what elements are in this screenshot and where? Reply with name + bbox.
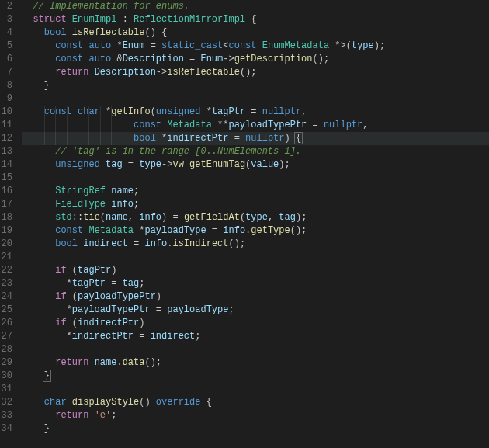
code-line[interactable]: if (tagPtr) (22, 264, 489, 277)
code-line[interactable]: const auto &Description = Enum->getDescr… (22, 53, 489, 66)
token-pn: ( (67, 291, 78, 302)
indent-guide (123, 106, 123, 119)
code-line[interactable] (22, 343, 489, 356)
line-number: 20 (0, 238, 12, 251)
line-number: 18 (0, 211, 12, 224)
token-pn: = (228, 133, 245, 144)
token-var: indirectPtr (78, 318, 139, 328)
line-number: 4 (0, 26, 12, 40)
indent-guide (33, 119, 33, 132)
line-number: 31 (0, 383, 12, 396)
token-var: info (139, 212, 161, 223)
line-number: 8 (0, 79, 12, 92)
code-line[interactable]: *indirectPtr = indirect; (22, 330, 489, 343)
indent-guide (67, 132, 68, 145)
indent-guide (55, 106, 56, 119)
code-line[interactable] (22, 251, 489, 264)
line-number: 32 (0, 396, 12, 409)
code-line[interactable] (22, 172, 489, 185)
code-line[interactable]: // Implementation for enums. (22, 0, 489, 13)
token-pn: * (67, 304, 72, 315)
indent-guide (134, 119, 134, 132)
code-line[interactable]: unsigned tag = type->vw_getEnumTag(value… (22, 158, 489, 172)
code-line[interactable]: } (22, 79, 489, 92)
token-pn: (); (144, 357, 161, 368)
token-pn: * (67, 331, 72, 342)
token-var: info (111, 199, 134, 210)
indent-guide (78, 119, 78, 132)
line-number: 3 (0, 13, 12, 26)
code-line[interactable]: struct EnumImpl : ReflectionMirrorImpl { (22, 13, 489, 26)
token-kw2: static_cast (161, 40, 223, 51)
token-var: Description (123, 54, 184, 64)
token-pn: -> (161, 159, 172, 170)
indent-guide (67, 119, 68, 132)
token-pn: . (116, 357, 122, 368)
indent-guide (78, 106, 78, 119)
code-line[interactable]: return Description->isReflectable(); (22, 66, 489, 79)
code-line[interactable]: std::tie(name, info) = getFieldAt(type, … (22, 211, 489, 224)
token-var: tagPtr (78, 265, 111, 276)
code-line[interactable]: return 'e'; (22, 409, 489, 422)
indent-guide (88, 106, 89, 119)
token-pn: -> (156, 67, 167, 78)
token-pn: = (206, 225, 224, 236)
code-line[interactable]: const char *getInfo(unsigned *tagPtr = n… (22, 106, 489, 119)
token-kw: return (55, 357, 94, 368)
token-pn: , (301, 106, 307, 117)
token-kw: if (55, 318, 66, 328)
token-pn: (); (228, 238, 245, 249)
token-fn: displayStyle (72, 397, 139, 408)
indent-guide (44, 106, 45, 119)
code-line[interactable]: } (22, 422, 489, 436)
token-pn: ; (134, 186, 139, 196)
code-line[interactable]: char displayStyle() override { (22, 396, 489, 409)
line-number: 10 (0, 106, 12, 119)
token-cm: // Implementation for enums. (33, 1, 189, 12)
token-fn: getFieldAt (184, 212, 240, 223)
line-number: 25 (0, 304, 12, 317)
code-line[interactable]: return name.data(); (22, 356, 489, 370)
code-line[interactable]: const auto *Enum = static_cast<const Enu… (22, 40, 489, 53)
code-line[interactable]: if (payloadTypePtr) (22, 290, 489, 304)
token-pn: ) (111, 265, 116, 276)
code-line[interactable]: FieldType info; (22, 198, 489, 211)
code-line[interactable] (22, 92, 489, 106)
token-var: name (111, 186, 134, 196)
token-kw2: bool (134, 133, 156, 144)
token-pn: ) (139, 318, 144, 328)
token-kw2: const auto (55, 40, 111, 51)
token-pn: * (156, 133, 167, 144)
line-number-gutter: 2345678910111213141516171819202122232425… (0, 0, 17, 448)
token-pn: (); (290, 225, 307, 236)
code-line[interactable]: StringRef name; (22, 185, 489, 198)
code-line[interactable]: const Metadata *payloadType = info.getTy… (22, 224, 489, 238)
code-line[interactable]: } (22, 370, 489, 383)
token-pn: , (362, 120, 368, 130)
token-kw2: unsigned (156, 106, 201, 117)
code-line[interactable]: bool indirect = info.isIndirect(); (22, 238, 489, 251)
code-line[interactable]: if (indirectPtr) (22, 317, 489, 330)
code-line[interactable]: bool isReflectable() { (22, 26, 489, 40)
token-pn: * (134, 225, 144, 236)
token-kw2: nullptr (262, 106, 301, 117)
token-pn: ( (67, 265, 78, 276)
code-editor[interactable]: 2345678910111213141516171819202122232425… (0, 0, 489, 448)
code-line[interactable]: bool *indirectPtr = nullptr) { (22, 132, 489, 145)
token-var: type (245, 212, 268, 223)
code-line[interactable]: *payloadTypePtr = payloadType; (22, 304, 489, 317)
line-number: 9 (0, 92, 12, 106)
code-line[interactable]: // 'tag' is in the range [0..NumElements… (22, 145, 489, 158)
indent-guide (67, 106, 68, 119)
code-area[interactable]: // Implementation for enums. struct Enum… (17, 0, 489, 448)
indent-guide (100, 106, 101, 119)
code-line[interactable] (22, 383, 489, 396)
token-var: tag (279, 212, 296, 223)
token-kw: return (55, 410, 94, 421)
code-line[interactable]: const Metadata **payloadTypePtr = nullpt… (22, 119, 489, 132)
code-line[interactable]: *tagPtr = tag; (22, 277, 489, 290)
token-var: payloadTypePtr (78, 291, 156, 302)
token-pn: = (134, 331, 151, 342)
indent-guide (88, 119, 89, 132)
token-pn: ) = (161, 212, 184, 223)
